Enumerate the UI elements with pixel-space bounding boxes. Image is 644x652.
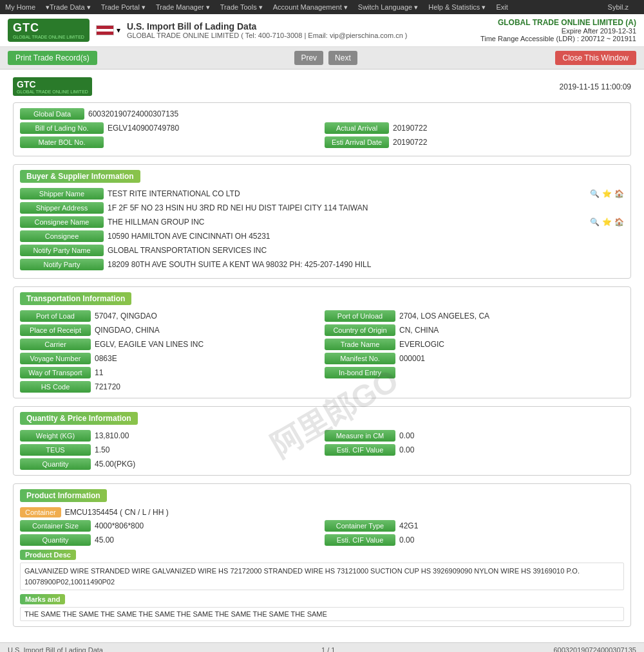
search-icon-consignee[interactable]: 🔍: [590, 218, 600, 227]
us-flag: [96, 25, 114, 35]
print-button-top[interactable]: Print Trade Record(s): [8, 51, 97, 65]
hs-code-row: HS Code 721720: [20, 381, 624, 393]
nav-trade-tools[interactable]: Trade Tools ▾: [220, 3, 263, 12]
voyage-value: 0863E: [95, 354, 117, 363]
marks-text: THE SAME THE SAME THE SAME THE SAME THE …: [20, 607, 624, 621]
quantity-price-section: Quantity & Price Information Weight (KG)…: [13, 406, 631, 476]
shipper-name-label: Shipper Name: [20, 188, 104, 200]
country-origin-label: Country of Origin: [325, 324, 395, 336]
weight-value: 13,810.00: [95, 431, 129, 440]
place-receipt-label: Place of Receipt: [20, 324, 91, 336]
product-cif-value: 0.00: [399, 536, 414, 545]
top-toolbar: Print Trade Record(s) Prev Next Close Th…: [0, 47, 644, 70]
nav-trade-manager[interactable]: Trade Manager ▾: [156, 3, 210, 12]
shipper-address-label: Shipper Address: [20, 202, 104, 214]
carrier-value: EGLV, EAGILE VAN LINES INC: [95, 340, 204, 349]
company-name: GLOBAL TRADE ONLINE LIMITED (A): [480, 18, 636, 27]
top-navigation: My Home ▾ Trade Data ▾ Trade Portal ▾ Tr…: [0, 0, 644, 14]
buyer-supplier-section: Buyer & Supplier Information Shipper Nam…: [13, 164, 631, 279]
inbond-label: In-bond Entry: [325, 367, 395, 378]
time-range: Time Range Accessible (LDR) : 200712 ~ 2…: [480, 35, 636, 42]
bol-label: Bill of Lading No.: [20, 122, 104, 134]
container-value: EMCU1354454 ( CN / L / HH ): [65, 508, 624, 517]
bol-row: Bill of Lading No. EGLV140900749780 Actu…: [20, 122, 624, 136]
port-unload-value: 2704, LOS ANGELES, CA: [399, 312, 489, 321]
notify-party-name-value: GLOBAL TRANSPORTATION SERVICES INC: [108, 246, 624, 255]
carrier-label: Carrier: [20, 339, 91, 350]
home-icon-consignee[interactable]: 🏠: [614, 218, 624, 227]
record-header: GTC GLOBAL TRADE ONLINE LIMITED 2019-11-…: [13, 77, 631, 96]
page-header: GTC GLOBAL TRADE ONLINE LIMITED ▾ U.S. I…: [0, 14, 644, 47]
logo: GTC GLOBAL TRADE ONLINE LIMITED: [8, 19, 90, 42]
nav-my-home[interactable]: My Home: [5, 3, 35, 11]
close-button-top[interactable]: Close This Window: [555, 51, 636, 65]
star-icon-shipper[interactable]: ⭐: [602, 189, 612, 198]
nav-help-statistics[interactable]: Help & Statistics ▾: [428, 3, 486, 12]
nav-trade-portal[interactable]: Trade Portal ▾: [101, 3, 146, 12]
notify-party-name-label: Notify Party Name: [20, 245, 104, 256]
record-page: 1 / 1: [321, 646, 335, 652]
shipper-address-row: Shipper Address 1F 2F 5F NO 23 HSIN HU 3…: [20, 202, 624, 214]
way-transport-value: 11: [95, 368, 103, 377]
manifest-label: Manifest No.: [325, 353, 395, 364]
notify-party-value: 18209 80TH AVE SOUTH SUITE A KENT WA 980…: [108, 260, 624, 269]
nav-trade-data[interactable]: Trade Data ▾: [50, 3, 91, 12]
product-desc-section: Product Desc GALVANIZED WIRE STRANDED WI…: [20, 546, 624, 590]
header-left: GTC GLOBAL TRADE ONLINE LIMITED ▾ U.S. I…: [8, 19, 408, 42]
star-icon-consignee[interactable]: ⭐: [602, 218, 612, 227]
container-badge: Container: [20, 507, 61, 517]
teus-value: 1.50: [95, 445, 109, 454]
quantity-row: Quantity 45.00(PKG): [20, 458, 624, 470]
hs-label: HS Code: [20, 381, 91, 393]
quantity-price-title: Quantity & Price Information: [20, 412, 138, 425]
product-title: Product Information: [20, 489, 107, 502]
container-type-value: 42G1: [399, 521, 418, 530]
consignee-name-value: THE HILLMAN GROUP INC: [108, 218, 586, 227]
actual-arrival-value: 20190722: [393, 124, 624, 133]
record-id-bar: 600320190724000307135: [554, 646, 636, 652]
mater-bol-row: Mater BOL No. Esti Arrival Date 20190722: [20, 136, 624, 151]
nav-account-management[interactable]: Account Management ▾: [273, 3, 348, 12]
transportation-title: Transportation Information: [20, 292, 131, 305]
weight-label: Weight (KG): [20, 430, 91, 442]
product-cif-label: Esti. CIF Value: [325, 534, 395, 546]
main-content: 阿里郎GO GTC GLOBAL TRADE ONLINE LIMITED 20…: [0, 70, 644, 642]
prev-button-top[interactable]: Prev: [294, 51, 323, 65]
next-button-top[interactable]: Next: [328, 51, 357, 65]
page-title: U.S. Import Bill of Lading Data: [127, 21, 408, 32]
product-quantity-label: Quantity: [20, 534, 91, 546]
measure-value: 0.00: [399, 431, 414, 440]
cif-label-qty: Esti. CIF Value: [325, 444, 395, 456]
port-unload-label: Port of Unload: [325, 310, 395, 322]
search-icon-shipper[interactable]: 🔍: [590, 189, 600, 198]
port-load-value: 57047, QINGDAO: [95, 312, 157, 321]
shipper-name-value: TEST RITE INTERNATIONAL CO LTD: [108, 189, 586, 198]
record-bar: U.S. Import Bill of Lading Data 1 / 1 60…: [0, 642, 644, 652]
content-wrapper: 阿里郎GO GTC GLOBAL TRADE ONLINE LIMITED 20…: [13, 77, 631, 627]
flag-selector[interactable]: ▾: [96, 25, 120, 35]
container-size-value: 4000*806*800: [95, 521, 144, 530]
product-grid: Container Size 4000*806*800 Container Ty…: [20, 520, 624, 546]
global-data-value: 600320190724000307135: [88, 109, 178, 118]
trade-name-value: EVERLOGIC: [399, 340, 444, 349]
nav-switch-language[interactable]: Switch Language ▾: [358, 3, 418, 12]
manifest-value: 000001: [399, 354, 425, 363]
measure-label: Measure in CM: [325, 430, 395, 442]
cif-value-qty: 0.00: [399, 445, 414, 454]
nav-exit[interactable]: Exit: [496, 3, 507, 11]
place-receipt-value: QINGDAO, CHINA: [95, 326, 160, 335]
expire-date: Expire After 2019-12-31: [480, 27, 636, 35]
quantity-grid: Weight (KG) 13,810.00 Measure in CM 0.00…: [20, 430, 624, 456]
home-icon-shipper[interactable]: 🏠: [614, 189, 624, 198]
product-section: Product Information Container EMCU135445…: [13, 483, 631, 627]
quantity-label-qty: Quantity: [20, 458, 91, 470]
marks-label: Marks and: [20, 594, 65, 604]
record-source: U.S. Import Bill of Lading Data: [8, 646, 103, 652]
buyer-supplier-title: Buyer & Supplier Information: [20, 170, 140, 183]
quantity-value-qty: 45.00(PKG): [95, 460, 135, 469]
consignee-name-row: Consignee Name THE HILLMAN GROUP INC 🔍 ⭐…: [20, 216, 624, 228]
product-quantity-value: 45.00: [95, 536, 114, 545]
notify-name-row: Notify Party Name GLOBAL TRANSPORTATION …: [20, 245, 624, 256]
container-type-label: Container Type: [325, 520, 395, 532]
mater-bol-label: Mater BOL No.: [20, 136, 104, 148]
